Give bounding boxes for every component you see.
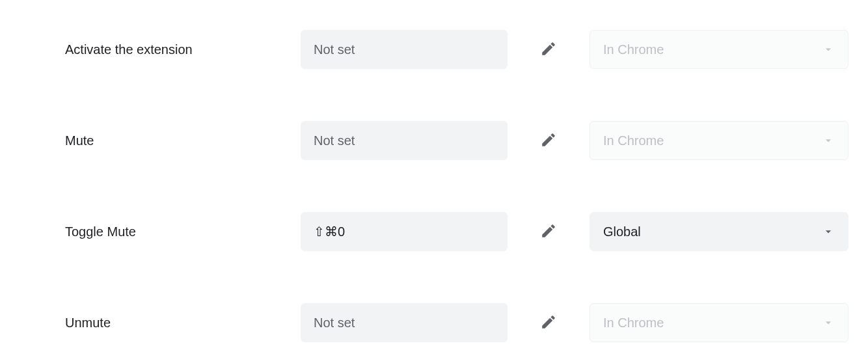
shortcut-label: Activate the extension bbox=[65, 42, 301, 57]
scope-value: In Chrome bbox=[603, 133, 664, 148]
pencil-icon bbox=[540, 131, 557, 150]
scope-select[interactable]: In Chrome bbox=[590, 303, 848, 342]
edit-shortcut-button[interactable] bbox=[537, 129, 560, 152]
shortcut-row: Mute Not set In Chrome bbox=[65, 120, 848, 161]
shortcut-settings: Activate the extension Not set In Chrome… bbox=[0, 0, 868, 343]
shortcut-input[interactable]: Not set bbox=[301, 30, 508, 69]
chevron-down-icon bbox=[822, 316, 835, 329]
pencil-icon bbox=[540, 40, 557, 59]
shortcut-label: Mute bbox=[65, 133, 301, 148]
chevron-down-icon bbox=[822, 43, 835, 56]
shortcut-row: Activate the extension Not set In Chrome bbox=[65, 29, 848, 70]
scope-value: In Chrome bbox=[603, 316, 664, 330]
pencil-icon bbox=[540, 314, 557, 332]
pencil-icon bbox=[540, 222, 557, 241]
shortcut-input[interactable]: Not set bbox=[301, 121, 508, 160]
scope-select[interactable]: In Chrome bbox=[590, 121, 848, 160]
shortcut-value: ⇧⌘0 bbox=[314, 224, 345, 239]
shortcut-label: Toggle Mute bbox=[65, 224, 301, 239]
shortcut-value: Not set bbox=[314, 42, 355, 57]
shortcut-input[interactable]: Not set bbox=[301, 303, 508, 342]
shortcut-input[interactable]: ⇧⌘0 bbox=[301, 212, 508, 251]
scope-select[interactable]: In Chrome bbox=[590, 30, 848, 69]
scope-select[interactable]: Global bbox=[590, 212, 848, 251]
shortcut-value: Not set bbox=[314, 316, 355, 330]
shortcut-row: Toggle Mute ⇧⌘0 Global bbox=[65, 211, 848, 252]
shortcut-row: Unmute Not set In Chrome bbox=[65, 302, 848, 343]
scope-value: Global bbox=[603, 224, 641, 239]
edit-shortcut-button[interactable] bbox=[537, 311, 560, 334]
shortcut-value: Not set bbox=[314, 133, 355, 148]
edit-shortcut-button[interactable] bbox=[537, 220, 560, 243]
scope-value: In Chrome bbox=[603, 42, 664, 57]
edit-shortcut-button[interactable] bbox=[537, 38, 560, 61]
chevron-down-icon bbox=[822, 225, 835, 238]
shortcut-label: Unmute bbox=[65, 316, 301, 330]
chevron-down-icon bbox=[822, 134, 835, 147]
